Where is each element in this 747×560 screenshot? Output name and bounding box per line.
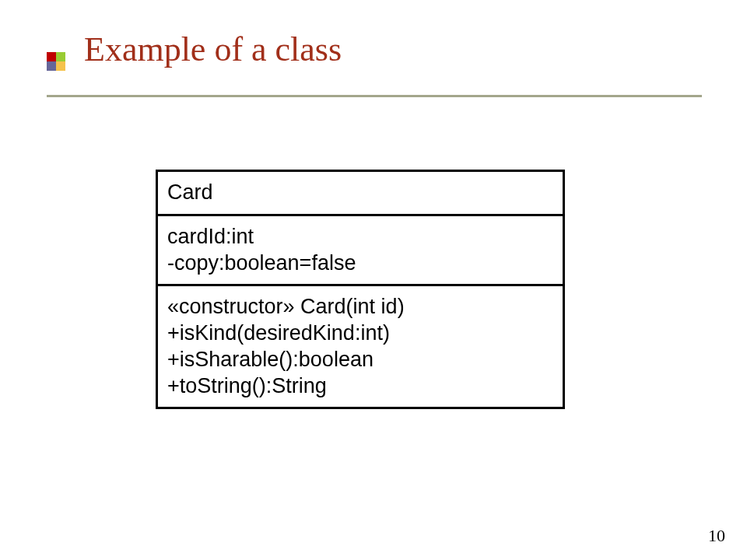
uml-operations-compartment: «constructor» Card(int id) +isKind(desir… xyxy=(158,284,563,407)
uml-class-name: Card xyxy=(167,180,553,206)
uml-operation: +toString():String xyxy=(167,373,553,400)
slide-bullet-icon xyxy=(47,52,65,71)
page-number: 10 xyxy=(708,526,725,546)
uml-attributes-compartment: cardId:int -copy:boolean=false xyxy=(158,214,563,285)
uml-operation: +isSharable():boolean xyxy=(167,347,553,373)
uml-attribute: -copy:boolean=false xyxy=(167,250,553,277)
uml-attribute: cardId:int xyxy=(167,224,553,250)
uml-operation: +isKind(desiredKind:int) xyxy=(167,320,553,347)
uml-class-name-compartment: Card xyxy=(158,172,563,214)
slide-title: Example of a class xyxy=(84,30,342,69)
uml-operation: «constructor» Card(int id) xyxy=(167,294,553,320)
uml-class-box: Card cardId:int -copy:boolean=false «con… xyxy=(156,170,565,409)
title-underline xyxy=(47,95,702,97)
